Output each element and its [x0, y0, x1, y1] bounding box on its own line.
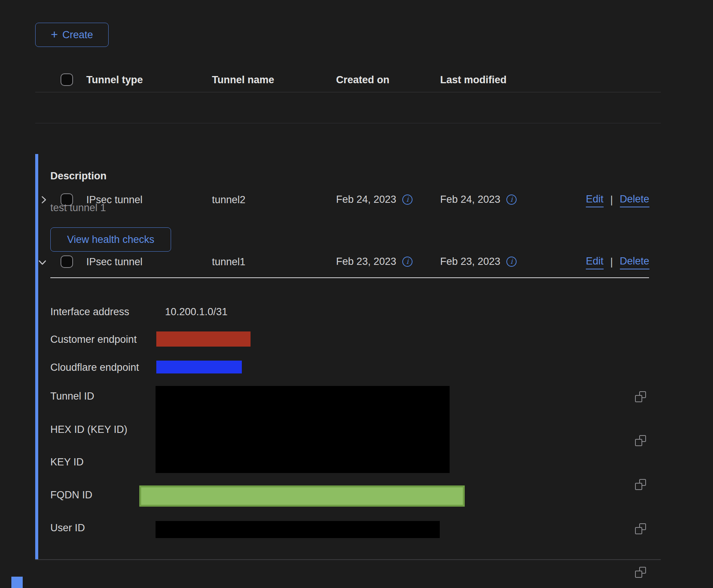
copy-hex-id-button[interactable] [635, 435, 646, 446]
tunnel-name-cell: tunnel1 [212, 255, 246, 269]
link-separator: | [610, 256, 613, 268]
info-icon[interactable]: i [506, 194, 517, 205]
plus-icon: + [51, 29, 58, 40]
tunnel-type-cell: IPsec tunnel [86, 255, 143, 269]
section-divider [50, 277, 649, 278]
key-id-label: KEY ID [50, 455, 84, 469]
cloudflare-endpoint-redacted-value [156, 361, 242, 373]
tunnels-page: + Create Tunnel type Tunnel name Created… [0, 0, 713, 588]
select-all-checkbox[interactable] [61, 73, 73, 86]
delete-link[interactable]: Delete [620, 193, 649, 207]
last-modified-cell: Feb 23, 2023 [440, 255, 500, 268]
interface-address-label: Interface address [50, 305, 129, 319]
create-button[interactable]: + Create [35, 23, 109, 47]
customer-endpoint-label: Customer endpoint [50, 333, 137, 346]
edit-link[interactable]: Edit [586, 193, 604, 207]
hex-id-label: HEX ID (KEY ID) [50, 423, 128, 436]
link-separator: | [610, 194, 613, 206]
column-header-tunnel-type: Tunnel type [86, 73, 143, 87]
table-row: IPsec tunnel tunnel1 Feb 23, 2023 i Feb … [0, 123, 713, 154]
user-id-redacted-value [156, 521, 440, 538]
column-header-last-modified: Last modified [440, 73, 507, 87]
delete-link[interactable]: Delete [620, 255, 649, 269]
copy-key-id-button[interactable] [635, 479, 646, 490]
row-checkbox[interactable] [61, 255, 73, 268]
info-icon[interactable]: i [402, 257, 413, 267]
last-modified-cell: Feb 24, 2023 [440, 193, 500, 206]
edit-link[interactable]: Edit [586, 255, 604, 269]
description-label: Description [50, 169, 107, 183]
customer-endpoint-redacted-value [156, 331, 251, 347]
fqdn-id-label: FQDN ID [50, 488, 92, 502]
tunnel-hex-key-redacted-values [156, 386, 450, 473]
info-icon[interactable]: i [402, 194, 413, 205]
viewport-edge-blue-fragment [11, 577, 23, 588]
user-id-label: User ID [50, 521, 85, 535]
table-bottom-divider [35, 559, 661, 560]
view-health-checks-button[interactable]: View health checks [50, 227, 171, 252]
interface-address-value: 10.200.1.0/31 [165, 305, 227, 319]
created-on-cell: Feb 24, 2023 [336, 193, 396, 206]
tunnel-name-cell: tunnel2 [212, 193, 246, 207]
fqdn-id-redacted-value [139, 485, 465, 507]
table-row: IPsec tunnel tunnel2 Feb 24, 2023 i Feb … [0, 92, 713, 123]
column-header-created-on: Created on [336, 73, 389, 87]
created-on-cell: Feb 23, 2023 [336, 255, 396, 268]
expand-row-button[interactable] [38, 194, 49, 205]
copy-fqdn-id-button[interactable] [635, 523, 646, 534]
chevron-right-icon [38, 194, 49, 205]
expanded-row-indicator-bar [35, 154, 38, 559]
chevron-down-icon [37, 257, 48, 268]
column-header-tunnel-name: Tunnel name [212, 73, 274, 87]
cloudflare-endpoint-label: Cloudflare endpoint [50, 361, 139, 374]
tunnel-id-label: Tunnel ID [50, 389, 94, 403]
copy-user-id-button[interactable] [635, 567, 646, 578]
info-icon[interactable]: i [506, 257, 517, 267]
description-value: test tunnel 1 [50, 201, 106, 215]
collapse-row-button[interactable] [37, 257, 48, 268]
create-button-label: Create [62, 29, 93, 41]
view-health-checks-label: View health checks [67, 234, 154, 246]
copy-tunnel-id-button[interactable] [635, 391, 646, 402]
